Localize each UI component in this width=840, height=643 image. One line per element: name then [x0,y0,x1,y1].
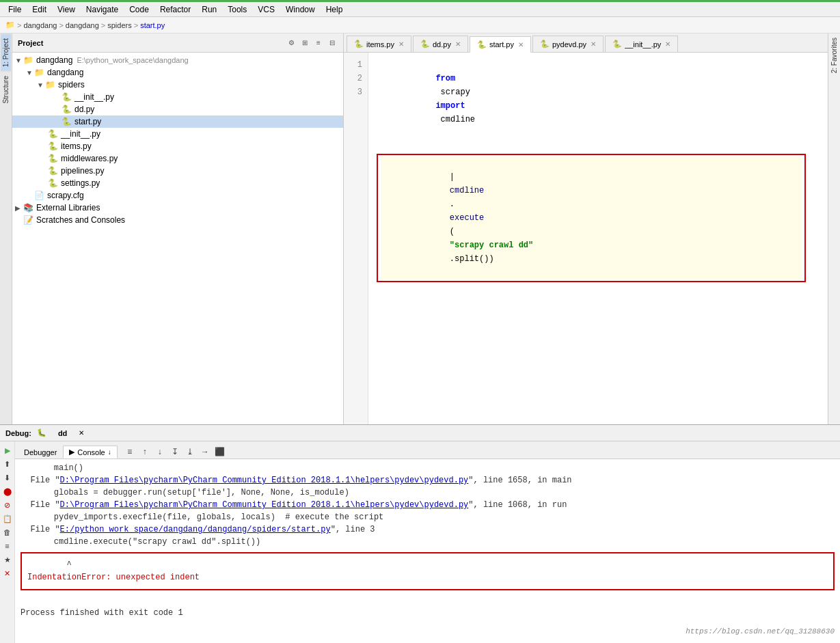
menu-run[interactable]: Run [196,3,222,16]
tree-init-dangdang-label: __init__.py [61,129,100,139]
debug-up-btn[interactable]: ⬆ [1,458,14,470]
debug-close-btn[interactable]: ✕ [1,567,14,579]
sidebar-close-icon[interactable]: ⊟ [327,38,338,49]
tree-startpy[interactable]: 🐍 start.py [12,115,343,128]
debug-resume-btn[interactable]: ▶ [1,444,14,456]
tab-startpy-close[interactable]: ✕ [518,41,524,49]
tree-init-spiders[interactable]: 🐍 __init__.py [12,91,343,103]
tree-itemspy[interactable]: 🐍 items.py [12,140,343,152]
debug-tab-close[interactable]: ✕ [79,429,84,437]
py-icon: 🐍 [354,40,364,49]
console-btn-5[interactable]: ⤓ [183,445,197,459]
menu-tools[interactable]: Tools [222,3,252,16]
tree-init-dangdang[interactable]: 🐍 __init__.py [12,128,343,140]
code-dot: . [450,200,455,209]
tree-extlibs[interactable]: ▶ 📚 External Libraries [12,202,343,214]
breadcrumb-dangdang1[interactable]: dangdang [23,21,57,29]
tree-pipelinespy[interactable]: 🐍 pipelines.py [12,165,343,177]
tab-pydevdpy-label: pydevd.py [552,40,586,49]
console-btn-2[interactable]: ↑ [138,445,152,459]
breadcrumb-spiders[interactable]: spiders [107,21,131,29]
debug-tab-dd[interactable]: dd [52,427,73,439]
tree-root-path: E:\python_work_space\dangdang [77,56,188,64]
vtab-project[interactable]: 1: Project [1,33,11,71]
kw-from: from [435,74,455,83]
arrow-icon: ▼ [26,69,34,77]
menu-help[interactable]: Help [321,3,349,16]
tree-ddpy[interactable]: 🐍 dd.py [12,103,343,115]
link-pydevd1[interactable]: D:\Program Files\pycharm\PyCharm Communi… [60,476,469,485]
menu-navigate[interactable]: Navigate [81,3,124,16]
tree-middlewarespy-label: middlewares.py [61,154,118,163]
vtab-structure[interactable]: Structure [1,71,11,108]
console-line-5: pydev_imports.execfile(file, globals, lo… [21,511,835,523]
console-btn-6[interactable]: → [198,445,212,459]
code-execute: execute [450,213,484,223]
breadcrumb: 📁 > dangdang > dangdang > spiders > star… [0,17,840,33]
tab-initpy-close[interactable]: ✕ [665,40,670,48]
tab-pydevdpy[interactable]: 🐍 pydevd.py ✕ [532,36,604,52]
debug-mute-btn[interactable]: ⊘ [1,499,14,511]
sidebar-settings-icon[interactable]: ⚙ [286,38,297,49]
cfg-file-icon: 📄 [34,191,44,200]
tab-ddpy-close[interactable]: ✕ [455,40,461,48]
debug-view-btn[interactable]: 📋 [1,512,14,525]
menu-vcs[interactable]: VCS [252,3,280,16]
tab-itemspy[interactable]: 🐍 items.py ✕ [347,36,411,52]
debug-label: Debug: [5,429,31,437]
code-paren1: ( [450,227,455,236]
tree-scrapycfg[interactable]: 📄 scrapy.cfg [12,189,343,202]
folder-icon: 📁 [34,68,44,77]
debug-icon: 🐛 [37,428,46,437]
tab-initpy[interactable]: 🐍 __init__.py ✕ [605,36,678,52]
tab-startpy-label: start.py [489,40,514,49]
debug-break-btn[interactable]: ⬤ [1,485,14,497]
debug-settings-btn[interactable]: ≡ [1,540,14,552]
code-editor[interactable]: 1 2 3 from scrapy import cmdline [344,53,828,424]
debug-tab-console[interactable]: ▶ Console ↓ [63,446,117,459]
console-btn-3[interactable]: ↓ [153,445,167,459]
tab-startpy[interactable]: 🐍 start.py ✕ [470,36,531,53]
menu-window[interactable]: Window [280,3,321,16]
console-btn-7[interactable]: ⬛ [213,445,227,459]
breadcrumb-dangdang2[interactable]: dangdang [66,21,99,29]
console-btn-1[interactable]: ≡ [123,445,137,459]
py-icon: 🐍 [540,40,550,49]
folder-icon: 📁 [23,55,33,65]
debug-left-toolbar: ▶ ⬆ ⬇ ⬤ ⊘ 📋 🗑 ≡ ★ ✕ [0,441,15,643]
tab-bar: 🐍 items.py ✕ 🐍 dd.py ✕ 🐍 start.py ✕ 🐍 py… [344,33,828,53]
link-startpy[interactable]: E:/python_work_space/dangdang/dangdang/s… [60,525,331,534]
tree-root[interactable]: ▼ 📁 dangdang E:\python_work_space\dangda… [12,54,343,66]
link-pydevd2[interactable]: D:\Program Files\pycharm\PyCharm Communi… [60,500,469,510]
debug-tab-debugger[interactable]: Debugger [18,446,63,459]
menu-refactor[interactable]: Refactor [154,3,196,16]
menu-file[interactable]: File [3,3,27,16]
code-content[interactable]: from scrapy import cmdline | cmdline . [368,53,828,424]
tree-dangdang[interactable]: ▼ 📁 dangdang [12,66,343,79]
vtab-favorites[interactable]: 2: Favorites [829,33,839,77]
tree-settingspy[interactable]: 🐍 settings.py [12,177,343,189]
debug-star-btn[interactable]: ★ [1,553,14,566]
code-scrapy: scrapy [435,87,475,97]
tab-itemspy-close[interactable]: ✕ [398,40,404,48]
sidebar-more-icon[interactable]: ≡ [313,38,324,49]
sidebar-expand-icon[interactable]: ⊞ [299,38,310,49]
debug-delete-btn[interactable]: 🗑 [1,526,14,538]
debug-tabs-row: Debugger ▶ Console ↓ ≡ ↑ ↓ ↧ ⤓ → ⬛ [15,441,840,459]
menu-view[interactable]: View [52,3,81,16]
console-line-2: File "D:\Program Files\pycharm\PyCharm C… [21,474,835,487]
debug-down-btn[interactable]: ⬇ [1,471,14,484]
tree-middlewarespy[interactable]: 🐍 middlewares.py [12,152,343,165]
tree-scratches[interactable]: 📝 Scratches and Consoles [12,214,343,226]
py-file-icon: 🐍 [62,92,72,102]
menu-edit[interactable]: Edit [27,3,52,16]
tree-scrapycfg-label: scrapy.cfg [47,191,84,200]
breadcrumb-startpy[interactable]: start.py [140,21,165,29]
menu-bar: File Edit View Navigate Code Refactor Ru… [0,2,840,17]
tab-ddpy[interactable]: 🐍 dd.py ✕ [413,36,468,52]
kw-import: import [435,101,465,111]
tree-spiders[interactable]: ▼ 📁 spiders [12,79,343,91]
menu-code[interactable]: Code [124,3,154,16]
console-btn-4[interactable]: ↧ [168,445,182,459]
tab-pydevdpy-close[interactable]: ✕ [591,40,596,48]
